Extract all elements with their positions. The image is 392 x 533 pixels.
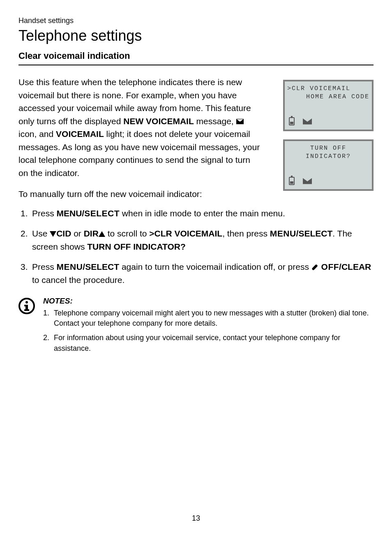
lcd-screens: >CLR VOICEMAIL HOME AREA CODE TURN OFF I… <box>283 80 374 191</box>
bold-text: >CLR VOICEMAIL <box>149 229 222 238</box>
text: to scroll to <box>105 229 149 238</box>
text: or <box>71 229 83 238</box>
info-icon <box>18 298 35 314</box>
battery-icon <box>289 177 295 185</box>
page-number: 13 <box>192 514 200 523</box>
bold-text: TURN OFF INDICATOR? <box>87 242 186 251</box>
note-2: For information about using your voicema… <box>43 333 374 353</box>
text: , then press <box>222 229 270 238</box>
lcd-screen-2: TURN OFF INDICATOR? <box>283 139 374 191</box>
text: message, <box>194 116 236 126</box>
notes-title: NOTES: <box>43 297 374 306</box>
screen-text: HOME AREA CODE <box>287 93 369 101</box>
text: Press <box>32 209 57 218</box>
text: again to turn the voicemail indication o… <box>119 262 311 271</box>
text: to cancel the procedure. <box>32 275 125 285</box>
svg-rect-4 <box>24 309 29 311</box>
battery-icon <box>289 117 295 125</box>
up-arrow-icon <box>99 231 105 237</box>
smallcaps-text: SELECT <box>84 209 120 218</box>
voicemail-icon <box>303 178 312 184</box>
bold-text: CID <box>56 229 71 238</box>
phone-icon <box>311 264 319 271</box>
svg-point-1 <box>25 301 28 304</box>
text: Use <box>32 229 50 238</box>
step-2: Use CID or DIR to scroll to >CLR VOICEMA… <box>21 227 374 253</box>
envelope-icon <box>236 119 244 124</box>
bold-text: /CLEAR <box>339 262 371 271</box>
down-arrow-icon <box>50 231 56 237</box>
steps-list: Press MENU/SELECT when in idle mode to e… <box>21 207 374 287</box>
bold-text: VOICEMAIL <box>56 129 104 139</box>
text: when in idle mode to enter the main menu… <box>120 209 285 218</box>
text: Press <box>32 262 57 271</box>
bold-text: DIR <box>84 229 99 238</box>
screen-status-icons <box>289 117 312 125</box>
svg-rect-3 <box>24 305 28 306</box>
screen-text: INDICATOR? <box>287 153 369 161</box>
page-title: Telephone settings <box>18 27 374 44</box>
smallcaps-text: MENU <box>270 229 296 238</box>
breadcrumb: Handset settings <box>18 16 374 25</box>
screen-text: TURN OFF <box>287 144 369 153</box>
bold-text: MENU/ <box>57 209 85 218</box>
notes-list: Telephone company voicemail might alert … <box>43 308 374 354</box>
bold-text: /SELECT <box>83 262 119 271</box>
step-1: Press MENU/SELECT when in idle mode to e… <box>21 207 374 220</box>
smallcaps-text: MENU <box>57 262 83 271</box>
lcd-screen-1: >CLR VOICEMAIL HOME AREA CODE <box>283 80 374 131</box>
voicemail-icon <box>303 118 312 125</box>
notes-content: NOTES: Telephone company voicemail might… <box>43 297 374 358</box>
section-title: Clear voicemail indication <box>18 51 374 65</box>
intro-paragraph: Use this feature when the telephone indi… <box>18 76 261 179</box>
note-1: Telephone company voicemail might alert … <box>43 308 374 329</box>
screen-status-icons <box>289 177 312 185</box>
bold-text: /SELECT <box>296 229 333 238</box>
step-3: Press MENU/SELECT again to turn the voic… <box>21 260 374 286</box>
notes-section: NOTES: Telephone company voicemail might… <box>18 297 374 358</box>
smallcaps-text: OFF <box>321 262 339 271</box>
text: icon, and <box>18 129 56 139</box>
bold-text: NEW VOICEMAIL <box>123 116 194 126</box>
screen-text: >CLR VOICEMAIL <box>287 85 369 93</box>
